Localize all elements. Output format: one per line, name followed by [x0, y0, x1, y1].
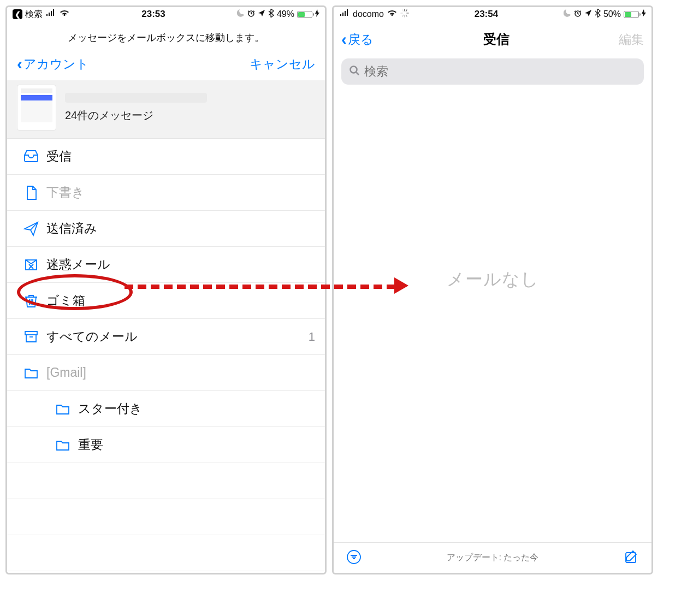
spinner-icon: [400, 9, 409, 20]
mailbox-label: ゴミ箱: [46, 292, 315, 309]
back-label: 戻る: [348, 31, 374, 48]
back-button[interactable]: ‹ 戻る: [341, 30, 374, 49]
back-button[interactable]: ‹ アカウント: [17, 55, 89, 73]
status-left: ❮ 検索: [13, 9, 70, 20]
location-icon: [584, 9, 592, 20]
search-wrap: [334, 57, 651, 90]
mailbox-row-draft[interactable]: 下書き: [7, 175, 325, 211]
blank-row: [7, 463, 325, 499]
mailbox-label: 受信: [46, 148, 315, 165]
stage: ❮ 検索 23:53: [0, 0, 699, 616]
charging-icon: [642, 9, 646, 20]
bluetooth-icon: [268, 9, 274, 20]
phone-inbox: docomo 23:54: [332, 5, 653, 574]
charging-icon: [315, 9, 319, 20]
toolbar: アップデート: たった今: [334, 542, 651, 573]
summary-text: 24件のメッセージ: [65, 93, 315, 123]
status-bar: ❮ 検索 23:53: [7, 7, 325, 21]
draft-icon: [19, 185, 43, 201]
folder-icon: [19, 365, 43, 381]
summary-sender-redacted: [65, 93, 207, 103]
status-right: 49%: [237, 9, 319, 20]
folder-icon: [51, 437, 75, 453]
status-time: 23:53: [70, 9, 237, 20]
status-right: 50%: [564, 9, 646, 20]
mailbox-label: [Gmail]: [46, 365, 315, 380]
status-carrier: 検索: [25, 9, 43, 20]
trash-icon: [19, 293, 43, 309]
mailbox-row-folder[interactable]: スター付き: [7, 391, 325, 427]
archive-icon: [19, 329, 43, 345]
battery-percent: 50%: [603, 9, 621, 19]
mailbox-list: 受信下書き送信済み迷惑メールゴミ箱すべてのメール1[Gmail]スター付き重要: [7, 139, 325, 463]
blank-row: [7, 571, 325, 574]
bluetooth-icon: [595, 9, 601, 20]
wifi-icon: [387, 9, 398, 20]
message-thumbnail: [17, 85, 56, 131]
back-app-icon[interactable]: ❮: [13, 9, 22, 19]
svg-rect-2: [25, 331, 37, 335]
status-carrier: docomo: [353, 9, 384, 19]
mailbox-label: 迷惑メール: [46, 256, 315, 273]
filter-button[interactable]: [346, 549, 362, 567]
toolbar-status: アップデート: たった今: [362, 552, 623, 564]
alarm-icon: [247, 9, 255, 20]
status-left: docomo: [339, 9, 409, 20]
mailbox-row-send[interactable]: 送信済み: [7, 211, 325, 247]
search-icon: [349, 65, 360, 78]
mailbox-label: 下書き: [46, 184, 315, 201]
empty-message: メールなし: [334, 268, 651, 292]
battery-percent: 49%: [277, 9, 294, 19]
mailbox-row-folder[interactable]: 重要: [7, 427, 325, 463]
compose-button[interactable]: [623, 549, 639, 567]
mailbox-row-folder[interactable]: [Gmail]: [7, 355, 325, 391]
mailbox-row-trash[interactable]: ゴミ箱: [7, 283, 325, 319]
back-label: アカウント: [23, 56, 89, 73]
status-bar: docomo 23:54: [334, 7, 651, 21]
status-time: 23:54: [409, 9, 564, 20]
mailbox-label: 送信済み: [46, 220, 315, 237]
folder-icon: [51, 401, 75, 417]
summary-count: 24件のメッセージ: [65, 108, 315, 123]
battery-icon: [297, 11, 312, 18]
mailbox-row-junk[interactable]: 迷惑メール: [7, 247, 325, 283]
mailbox-label: すべてのメール: [46, 328, 309, 345]
battery-icon: [624, 11, 639, 18]
wifi-icon: [59, 9, 70, 20]
move-prompt: メッセージをメールボックスに移動します。: [7, 21, 325, 48]
svg-point-4: [351, 67, 357, 73]
dnd-icon: [237, 9, 245, 20]
chevron-left-icon: ‹: [17, 55, 22, 73]
edit-button: 編集: [619, 31, 644, 48]
cancel-button[interactable]: キャンセル: [250, 56, 315, 73]
dnd-icon: [564, 9, 571, 20]
search-field[interactable]: [341, 58, 644, 85]
location-icon: [258, 9, 265, 20]
inbox-icon: [19, 149, 43, 165]
message-summary: 24件のメッセージ: [7, 80, 325, 139]
send-icon: [19, 221, 43, 237]
navbar: ‹ 戻る 受信 編集: [334, 21, 651, 57]
signal-icon: [45, 9, 56, 20]
mailbox-row-inbox[interactable]: 受信: [7, 139, 325, 175]
alarm-icon: [574, 9, 582, 20]
signal-icon: [339, 9, 350, 20]
navbar: ‹ アカウント キャンセル: [7, 48, 325, 80]
mailbox-label: 重要: [78, 436, 315, 453]
nav-title: 受信: [374, 31, 619, 48]
mailbox-row-archive[interactable]: すべてのメール1: [7, 319, 325, 355]
blank-row: [7, 535, 325, 571]
chevron-left-icon: ‹: [341, 30, 347, 49]
search-input[interactable]: [364, 64, 636, 79]
blank-row: [7, 499, 325, 535]
phone-move-mailbox: ❮ 検索 23:53: [5, 5, 327, 574]
mailbox-label: スター付き: [78, 400, 315, 417]
mailbox-count: 1: [309, 330, 315, 344]
junk-icon: [19, 257, 43, 273]
